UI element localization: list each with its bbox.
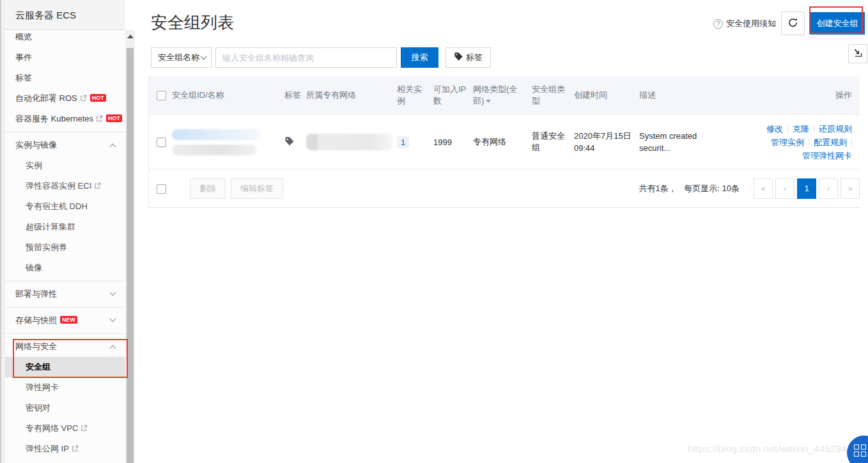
description-value: System created securit...: [639, 130, 729, 154]
apps-grid-icon: [854, 444, 867, 457]
scroll-up-arrow-icon[interactable]: [127, 35, 134, 38]
csdn-watermark: https://blog.csdn.net/weixin_4452942: [688, 443, 853, 454]
sidebar-menu: 概览 事件 标签 自动化部署 ROSHOT 容器服务 KubernetesHOT…: [5, 27, 125, 459]
action-restore-rules[interactable]: 还原规则: [819, 123, 852, 135]
sidebar-item-instance[interactable]: 实例: [5, 155, 125, 176]
tag-icon[interactable]: [284, 139, 295, 148]
menu-divider: [5, 278, 125, 284]
hot-badge: HOT: [106, 114, 122, 122]
action-modify[interactable]: 修改: [766, 123, 783, 135]
column-header-description: 描述: [639, 90, 734, 101]
sidebar-item-eip[interactable]: 弹性公网 IP: [5, 439, 125, 459]
created-time-value: 2020年7月15日 09:44: [574, 130, 639, 154]
pagination-prev-button[interactable]: ‹: [775, 178, 794, 199]
hot-badge: HOT: [90, 94, 106, 102]
pagination-first-button[interactable]: «: [754, 178, 773, 199]
separator: [809, 138, 809, 146]
tag-icon: [454, 52, 463, 63]
left-gutter: [0, 0, 5, 463]
sidebar-item-scc[interactable]: 超级计算集群: [5, 217, 125, 237]
chevron-up-icon: [110, 144, 116, 150]
sidebar-section-storage[interactable]: 存储与快照NEW: [5, 310, 125, 331]
sidebar-item-tags[interactable]: 标签: [5, 68, 125, 88]
edit-tags-button[interactable]: 编辑标签: [231, 178, 283, 199]
column-header-sg-type: 安全组类型: [532, 84, 574, 107]
sidebar-item-eni[interactable]: 弹性网卡: [5, 377, 125, 398]
refresh-icon: [787, 17, 798, 30]
pagination-page-1-button[interactable]: 1: [797, 178, 816, 199]
redacted-sg-name-link[interactable]: [172, 129, 260, 140]
search-button[interactable]: 搜索: [401, 47, 438, 68]
sidebar-section-network[interactable]: 网络与安全: [5, 336, 125, 357]
sidebar-item-reserved-instances[interactable]: 预留实例券: [5, 237, 125, 258]
column-header-actions: 操作: [734, 90, 860, 101]
sidebar: 云服务器 ECS 概览 事件 标签 自动化部署 ROSHOT 容器服务 Kube…: [5, 0, 125, 463]
separator: [814, 125, 814, 132]
action-clone[interactable]: 克隆: [793, 123, 809, 135]
search-input[interactable]: [215, 47, 397, 68]
external-link-icon: [80, 89, 87, 109]
chevron-down-icon: [201, 54, 207, 60]
footer-select-all-checkbox[interactable]: [157, 184, 166, 194]
external-link-icon: [94, 177, 101, 197]
sidebar-item-eci[interactable]: 弹性容器实例 ECI: [5, 176, 125, 196]
delete-button[interactable]: 删除: [190, 178, 226, 199]
network-type-value: 专有网络: [473, 136, 532, 148]
new-badge: NEW: [60, 316, 77, 324]
sidebar-item-vpc[interactable]: 专有网络 VPC: [5, 418, 125, 439]
pagination: 共有1条， 每页显示: 10条 « ‹ 1 › »: [639, 178, 860, 199]
sidebar-section-instances[interactable]: 实例与镜像: [5, 135, 125, 155]
sidebar-item-kubernetes[interactable]: 容器服务 KubernetesHOT: [5, 109, 125, 129]
sidebar-item-ddh[interactable]: 专有宿主机 DDH: [5, 196, 125, 217]
security-usage-notice-link[interactable]: ? 安全使用须知: [713, 18, 776, 29]
pagination-last-button[interactable]: »: [841, 178, 860, 199]
action-manage-eni[interactable]: 管理弹性网卡: [802, 150, 852, 162]
sidebar-item-security-groups[interactable]: 安全组: [5, 357, 125, 377]
sidebar-section-deploy[interactable]: 部署与弹性: [5, 284, 125, 304]
related-instances-count[interactable]: 1: [397, 136, 409, 148]
sidebar-item-events[interactable]: 事件: [5, 47, 125, 68]
column-header-network-type[interactable]: 网络类型(全部): [473, 84, 532, 107]
security-group-table: 安全组ID/名称 标签 所属专有网络 相关实例 可加入IP数 网络类型(全部) …: [148, 76, 860, 208]
row-actions: 修改 克隆 还原规则 管理实例 配置规则 管理弹性网卡: [734, 123, 852, 162]
table-footer-bar: 删除 编辑标签 共有1条， 每页显示: 10条 « ‹ 1 › »: [149, 169, 860, 208]
page-title: 安全组列表: [151, 12, 234, 34]
search-field-select[interactable]: 安全组名称: [151, 47, 212, 68]
table-header-row: 安全组ID/名称 标签 所属专有网络 相关实例 可加入IP数 网络类型(全部) …: [149, 76, 860, 115]
sidebar-item-images[interactable]: 镜像: [5, 258, 125, 278]
column-header-vpc: 所属专有网络: [306, 90, 397, 101]
action-manage-instances[interactable]: 管理实例: [771, 136, 804, 148]
redacted-vpc-name: [306, 134, 392, 150]
row-checkbox[interactable]: [157, 137, 166, 147]
chevron-up-icon: [110, 345, 116, 352]
select-all-checkbox[interactable]: [157, 91, 166, 100]
column-header-created: 创建时间: [574, 90, 639, 101]
column-header-instances: 相关实例: [397, 84, 433, 107]
sg-type-value: 普通安全组: [532, 130, 574, 153]
question-circle-icon: ?: [713, 19, 723, 29]
menu-divider: [5, 304, 125, 310]
chevron-down-icon: [110, 316, 116, 322]
sidebar-item-ros[interactable]: 自动化部署 ROSHOT: [5, 88, 125, 109]
pagination-next-button[interactable]: ›: [819, 178, 838, 199]
sidebar-scrollbar[interactable]: [125, 30, 135, 463]
create-security-group-button[interactable]: 创建安全组: [810, 12, 865, 35]
pagination-summary: 共有1条， 每页显示: 10条: [639, 183, 740, 194]
column-header-id-name: 安全组ID/名称: [172, 90, 284, 101]
sidebar-item-overview[interactable]: 概览: [5, 27, 125, 47]
menu-divider: [5, 331, 125, 336]
export-button[interactable]: [848, 44, 867, 63]
main-content: 安全组列表 ? 安全使用须知 创建安全组 安全组名称 搜索 标签 安全组ID/名…: [135, 0, 868, 463]
external-link-icon: [96, 109, 103, 130]
tags-filter-button[interactable]: 标签: [446, 47, 491, 68]
ip-capacity-value: 1999: [433, 137, 473, 147]
ecs-console-screen: 云服务器 ECS 概览 事件 标签 自动化部署 ROSHOT 容器服务 Kube…: [0, 0, 868, 463]
filter-caret-icon: [486, 100, 491, 103]
separator: [787, 125, 788, 132]
column-header-ip-count: 可加入IP数: [433, 84, 473, 107]
action-configure-rules[interactable]: 配置规则: [814, 136, 847, 148]
scrollbar-thumb[interactable]: [127, 48, 134, 463]
refresh-button[interactable]: [781, 12, 805, 35]
chevron-down-icon: [110, 290, 116, 296]
sidebar-item-keypairs[interactable]: 密钥对: [5, 398, 125, 418]
